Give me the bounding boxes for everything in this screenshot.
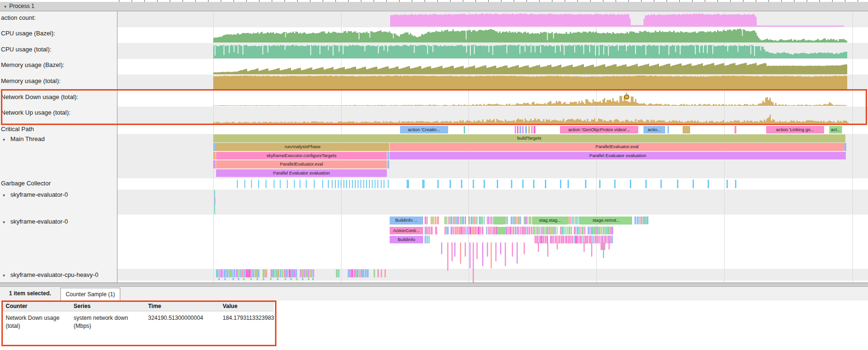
sidebar-item-label: Main Thread <box>10 135 45 142</box>
sidebar-item-label: CPU usage (Bazel): <box>1 30 55 37</box>
chart-cpuT[interactable] <box>213 45 868 58</box>
trace-slice-buildinfo[interactable]: BuildInfo <box>390 236 423 244</box>
chart-cpuB[interactable] <box>213 29 868 42</box>
sidebar-item-skyframe-evaluator-0[interactable]: ▾skyframe-evaluator-0 <box>1 191 68 198</box>
trace-slice[interactable] <box>213 160 216 168</box>
trace-slice-buildinfo-[interactable]: BuildInfo ... <box>390 217 423 225</box>
trace-slice[interactable] <box>213 152 216 160</box>
trace-slice[interactable] <box>515 126 516 134</box>
trace-slice[interactable] <box>464 126 465 134</box>
sidebar-item-label: CPU usage (total): <box>1 46 51 53</box>
sidebar-item-memory-usage-total[interactable]: Memory usage (total): <box>1 77 60 84</box>
selected-sample-marker[interactable] <box>624 94 629 100</box>
sidebar-item-label: Memory usage (Bazel): <box>1 61 64 68</box>
sidebar-item-label: skyframe-evaluator-cpu-heavy-0 <box>10 271 98 278</box>
table-header-time: Time <box>148 303 161 309</box>
sidebar-item-label: skyframe-evaluator-0 <box>10 191 68 198</box>
sidebar-item-label: Network Up usage (total): <box>1 109 70 116</box>
sidebar-item-network-down-usage-total[interactable]: Network Down usage (total): <box>1 93 78 100</box>
trace-slice-stage-remot-[interactable]: stage.remot... <box>580 217 632 225</box>
table-header-series: Series <box>74 303 91 309</box>
trace-slice[interactable] <box>734 126 736 134</box>
trace-slice-act-[interactable]: act... <box>829 126 842 134</box>
trace-slice-runanalysisphase[interactable]: runAnalysisPhase <box>216 143 389 151</box>
trace-slice-actionconti-[interactable]: ActionConti... <box>390 227 423 235</box>
tab-counter-sample[interactable]: Counter Sample (1) <box>60 288 120 300</box>
trace-slice[interactable] <box>497 227 506 235</box>
sidebar-item-skyframe-evaluator-cpu-heavy-0[interactable]: ▾skyframe-evaluator-cpu-heavy-0 <box>1 271 98 278</box>
sidebar-item-critical-path[interactable]: Critical Path <box>1 125 34 133</box>
details-tab-strip <box>0 287 868 300</box>
trace-slice[interactable] <box>522 126 524 134</box>
evaluator2-hanging <box>441 242 610 283</box>
trace-slice[interactable] <box>387 160 389 168</box>
sidebar-item-label: Memory usage (total): <box>1 77 60 84</box>
sidebar-item-action-count[interactable]: action count: <box>1 14 36 21</box>
sidebar-item-memory-usage-bazel[interactable]: Memory usage (Bazel): <box>1 61 64 68</box>
trace-profiler-app: ▾Process 1 action count:CPU usage (Bazel… <box>0 0 868 350</box>
trace-slice[interactable] <box>517 126 518 134</box>
trace-slice[interactable] <box>519 126 521 134</box>
trace-slice-parallel-evaluator-evalu[interactable]: Parallel Evaluator evaluation <box>216 169 387 177</box>
sidebar-item-label: skyframe-evaluator-0 <box>10 218 68 225</box>
sidebar-item-label: Network Down usage (total): <box>1 93 78 100</box>
counter-sample-table[interactable]: CounterSeriesTimeValueNetwork Down usage… <box>1 300 276 346</box>
table-cell[interactable]: system network down (Mbps) <box>74 314 142 330</box>
collapse-arrow-icon[interactable]: ▾ <box>3 137 10 142</box>
trace-slice[interactable] <box>683 126 690 134</box>
trace-slice-action-creatin-[interactable]: action 'Creatin... <box>400 126 448 134</box>
sidebar-item-skyframe-evaluator-0[interactable]: ▾skyframe-evaluator-0 <box>1 218 68 225</box>
trace-slice-action-genobjcprotos-vid[interactable]: action 'GenObjcProtos video/... <box>560 126 638 134</box>
trace-slice[interactable] <box>528 126 530 134</box>
track-sidebar: action count:CPU usage (Bazel):CPU usage… <box>0 11 117 283</box>
sidebar-item-label: action count: <box>1 14 36 21</box>
trace-slice-parallelevaluator-eval[interactable]: ParallelEvaluator.eval <box>216 160 387 168</box>
chart-netD[interactable] <box>213 96 868 106</box>
table-cell[interactable]: 324190.51300000004 <box>148 314 219 322</box>
collapse-arrow-icon[interactable]: ▾ <box>4 2 7 11</box>
sidebar-item-garbage-collector[interactable]: Garbage Collector <box>1 180 51 187</box>
sidebar-item-cpu-usage-bazel[interactable]: CPU usage (Bazel): <box>1 30 55 37</box>
sidebar-item-cpu-usage-total[interactable]: CPU usage (total): <box>1 46 51 53</box>
trace-slice-skyframeexecutor-configu[interactable]: skyframeExecutor.configureTargets <box>216 152 387 160</box>
sidebar-item-label: Critical Path <box>1 125 34 133</box>
trace-slice[interactable] <box>531 126 533 134</box>
trace-slice-actio-[interactable]: actio... <box>643 126 665 134</box>
trace-slice[interactable] <box>525 126 527 134</box>
panel-splitter[interactable] <box>0 283 868 287</box>
table-header-value: Value <box>223 303 237 309</box>
collapse-arrow-icon[interactable]: ▾ <box>3 273 10 278</box>
chart-actionCount[interactable] <box>213 13 868 26</box>
sidebar-item-main-thread[interactable]: ▾Main Thread <box>1 135 45 142</box>
trace-slice[interactable] <box>387 152 389 160</box>
table-cell[interactable]: 184.1793113323983 <box>223 314 274 322</box>
chart-memB[interactable] <box>213 63 868 74</box>
trace-slice-stag-stag-[interactable]: stag.stag... <box>533 217 567 225</box>
trace-slice[interactable] <box>844 143 846 151</box>
trace-slice[interactable] <box>668 126 669 134</box>
trace-slice-parallelevaluator-eval[interactable]: ParallelEvaluator.eval <box>390 143 844 151</box>
collapse-arrow-icon[interactable]: ▾ <box>3 220 10 225</box>
gc-ticks <box>237 180 736 188</box>
trace-slice-buildtargets[interactable]: buildTargets <box>213 134 845 142</box>
evaluator1-marks <box>214 190 216 214</box>
table-cell[interactable]: Network Down usage (total) <box>6 314 68 330</box>
process-label: Process 1 <box>9 3 34 9</box>
selection-status: 1 item selected. <box>9 287 51 300</box>
trace-slice[interactable] <box>534 126 535 134</box>
chart-memT[interactable] <box>213 75 868 90</box>
table-header-counter: Counter <box>6 303 27 309</box>
chart-netU[interactable] <box>213 115 868 123</box>
trace-slice-action-linking-go-[interactable]: action 'Linking go... <box>766 126 824 134</box>
sidebar-item-network-up-usage-total[interactable]: Network Up usage (total): <box>1 109 70 116</box>
collapse-arrow-icon[interactable]: ▾ <box>3 193 10 198</box>
cpu-heavy-stripes <box>216 269 386 280</box>
sidebar-item-label: Garbage Collector <box>1 180 51 187</box>
trace-slice[interactable] <box>494 217 503 225</box>
process-header[interactable]: ▾Process 1 <box>0 2 868 11</box>
trace-slice-parallel-evaluator-evalu[interactable]: Parallel Evaluator evaluation <box>390 152 846 160</box>
